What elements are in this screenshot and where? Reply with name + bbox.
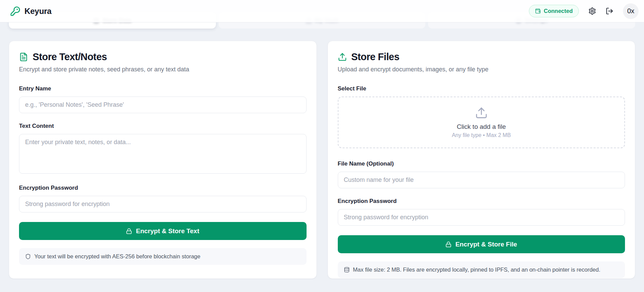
wallet-icon: [535, 8, 541, 14]
connected-label: Connected: [544, 8, 573, 14]
lock-icon: [445, 241, 452, 247]
log-out-icon: [606, 7, 613, 15]
entry-name-label: Entry Name: [19, 85, 307, 92]
lock-icon: [126, 228, 132, 234]
card-title: Store Text/Notes: [33, 51, 107, 63]
card-subtitle: Upload and encrypt documents, images, or…: [338, 66, 625, 73]
encryption-password-input[interactable]: [19, 196, 307, 212]
brand: Keyura: [10, 6, 52, 16]
encrypt-store-text-button[interactable]: Encrypt & Store Text: [19, 222, 307, 240]
store-files-card: Store Files Upload and encrypt documents…: [328, 41, 636, 279]
button-label: Encrypt & Store File: [455, 241, 517, 248]
text-security-note: Your text will be encrypted with AES-256…: [19, 248, 307, 265]
shield-icon: [25, 254, 31, 259]
store-text-card: Store Text/Notes Encrypt and store priva…: [9, 41, 317, 279]
card-title: Store Files: [351, 51, 400, 63]
app-header: Keyura Connected: [0, 0, 644, 22]
encrypt-store-file-button[interactable]: Encrypt & Store File: [338, 235, 625, 253]
connected-badge: Connected: [529, 5, 579, 17]
header-actions: Connected 0x: [529, 3, 634, 19]
text-content-label: Text Content: [19, 123, 307, 130]
file-text-icon: [19, 52, 28, 62]
encryption-password-label: Encryption Password: [19, 185, 307, 191]
file-password-input[interactable]: [338, 209, 625, 226]
entry-name-input[interactable]: [19, 97, 307, 113]
note-text: Your text will be encrypted with AES-256…: [34, 253, 200, 260]
file-dropzone[interactable]: Click to add a file Any file type • Max …: [338, 97, 625, 148]
key-icon: [10, 6, 20, 16]
logout-button[interactable]: [606, 7, 613, 15]
upload-icon: [475, 106, 488, 119]
account-address[interactable]: 0x: [623, 3, 639, 19]
button-label: Encrypt & Store Text: [136, 227, 199, 235]
database-icon: [344, 267, 350, 273]
encryption-password-label: Encryption Password: [338, 198, 625, 205]
upload-icon: [338, 52, 347, 62]
file-name-input[interactable]: [338, 172, 625, 188]
text-content-input[interactable]: [19, 134, 307, 174]
gear-icon: [588, 7, 596, 15]
file-storage-note: Max file size: 2 MB. Files are encrypted…: [338, 261, 625, 278]
main-content: Store Text/Notes Encrypt and store priva…: [9, 41, 635, 279]
card-subtitle: Encrypt and store private notes, seed ph…: [19, 66, 307, 73]
brand-name: Keyura: [24, 6, 52, 16]
note-text: Max file size: 2 MB. Files are encrypted…: [353, 267, 601, 273]
settings-button[interactable]: [588, 7, 596, 15]
dropzone-title: Click to add a file: [457, 123, 506, 131]
dropzone-hint: Any file type • Max 2 MB: [452, 132, 511, 138]
file-name-label: File Name (Optional): [338, 160, 625, 167]
select-file-label: Select File: [338, 85, 625, 92]
